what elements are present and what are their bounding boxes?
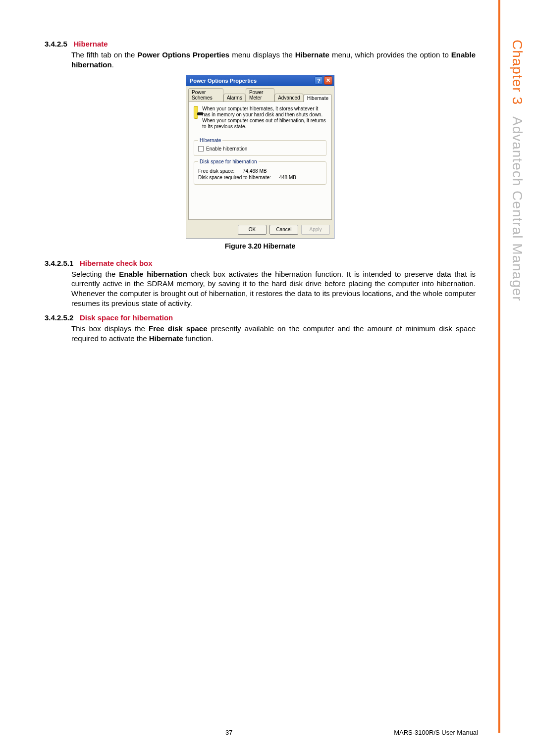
tab-hibernate[interactable]: Hibernate bbox=[304, 94, 332, 102]
cancel-button[interactable]: Cancel bbox=[269, 225, 298, 235]
section-34251-body: Selecting the Enable hibernation check b… bbox=[71, 269, 476, 308]
help-button[interactable]: ? bbox=[315, 76, 323, 85]
free-disk-value: 74,468 MB bbox=[243, 168, 267, 174]
section-34251-heading: 3.4.2.5.1 Hibernate check box bbox=[45, 259, 476, 267]
required-disk-label: Disk space required to hibernate: bbox=[198, 175, 271, 180]
tab-advanced[interactable]: Advanced bbox=[274, 94, 303, 101]
required-disk-value: 448 MB bbox=[279, 175, 296, 180]
close-button[interactable]: ✕ bbox=[324, 76, 332, 85]
manual-name: MARS-3100R/S User Manual bbox=[394, 729, 478, 736]
required-disk-space-row: Disk space required to hibernate: 448 MB bbox=[198, 175, 322, 180]
enable-hibernation-checkbox[interactable] bbox=[198, 146, 204, 151]
figure-caption: Figure 3.20 Hibernate bbox=[225, 242, 295, 250]
apply-button: Apply bbox=[301, 225, 330, 235]
free-disk-label: Free disk space: bbox=[198, 168, 234, 174]
group-hibernate-legend: Hibernate bbox=[198, 138, 222, 143]
side-text: Chapter 3 Advantech Central Manager bbox=[509, 40, 525, 301]
side-chapter: Chapter 3 bbox=[510, 40, 525, 105]
tab-power-schemes[interactable]: Power Schemes bbox=[188, 88, 223, 101]
titlebar-buttons: ? ✕ bbox=[315, 76, 332, 85]
section-title: Hibernate check box bbox=[80, 259, 153, 267]
enable-hibernation-row[interactable]: Enable hibernation bbox=[198, 146, 322, 151]
group-hibernate: Hibernate Enable hibernation bbox=[194, 138, 326, 156]
side-title: Advantech Central Manager bbox=[510, 116, 525, 302]
tab-alarms[interactable]: Alarms bbox=[223, 94, 246, 101]
info-row: When your computer hibernates, it stores… bbox=[194, 106, 326, 135]
page: Chapter 3 Advantech Central Manager 3.4.… bbox=[0, 0, 535, 756]
section-title: Hibernate bbox=[73, 40, 107, 48]
ok-button[interactable]: OK bbox=[238, 225, 267, 235]
dialog-titlebar[interactable]: Power Options Properties ? ✕ bbox=[186, 75, 334, 86]
page-number: 37 bbox=[225, 729, 232, 736]
tab-power-meter[interactable]: Power Meter bbox=[246, 88, 274, 101]
section-number: 3.4.2.5 bbox=[45, 40, 67, 48]
group-disk-legend: Disk space for hibernation bbox=[198, 159, 259, 164]
page-footer: 37 MARS-3100R/S User Manual bbox=[0, 729, 535, 736]
figure-wrap: Power Options Properties ? ✕ Power Schem… bbox=[45, 75, 476, 250]
tabstrip: Power Schemes Alarms Power Meter Advance… bbox=[186, 86, 334, 101]
section-number: 3.4.2.5.2 bbox=[45, 313, 73, 322]
section-3425-body: The fifth tab on the Power Options Prope… bbox=[71, 50, 476, 70]
dialog-title: Power Options Properties bbox=[188, 78, 257, 84]
section-34252-body: This box displays the Free disk space pr… bbox=[71, 324, 476, 344]
tab-body: When your computer hibernates, it stores… bbox=[188, 101, 332, 220]
section-title: Disk space for hibernation bbox=[80, 313, 173, 322]
close-icon: ✕ bbox=[326, 77, 330, 84]
group-disk-space: Disk space for hibernation Free disk spa… bbox=[194, 159, 326, 185]
section-3425-heading: 3.4.2.5 Hibernate bbox=[45, 40, 476, 48]
dialog-button-row: OK Cancel Apply bbox=[186, 222, 334, 239]
content: 3.4.2.5 Hibernate The fifth tab on the P… bbox=[45, 40, 476, 343]
vertical-rule bbox=[498, 0, 500, 733]
free-disk-space-row: Free disk space: 74,468 MB bbox=[198, 168, 322, 174]
section-34252-heading: 3.4.2.5.2 Disk space for hibernation bbox=[45, 313, 476, 322]
section-number: 3.4.2.5.1 bbox=[45, 259, 73, 267]
power-options-dialog: Power Options Properties ? ✕ Power Schem… bbox=[186, 75, 334, 239]
help-icon: ? bbox=[317, 78, 321, 84]
info-text: When your computer hibernates, it stores… bbox=[202, 106, 326, 130]
enable-hibernation-label: Enable hibernation bbox=[206, 146, 247, 151]
hibernate-info-icon bbox=[194, 106, 198, 119]
